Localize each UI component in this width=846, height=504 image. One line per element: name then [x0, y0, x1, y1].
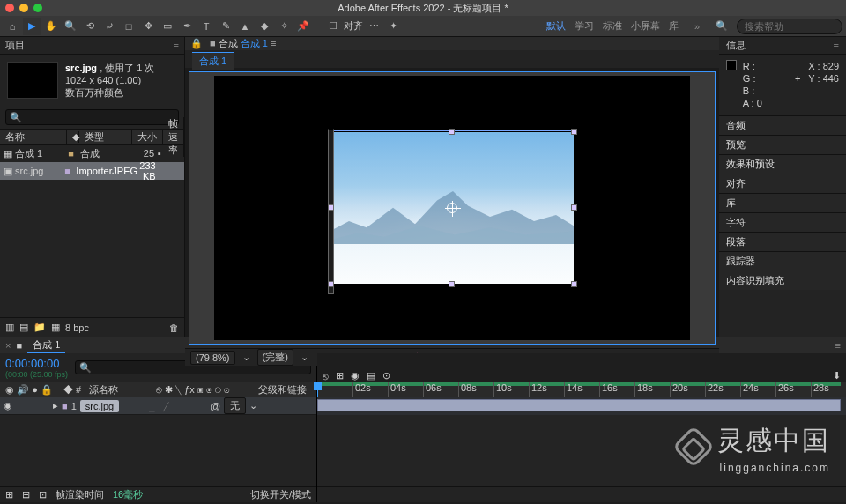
info-menu-icon[interactable]: ≡ — [834, 41, 839, 51]
snap-checkbox[interactable]: ☐ — [324, 18, 342, 35]
draft3d-icon[interactable]: ⊙ — [382, 370, 390, 382]
tl-toggle1-icon[interactable]: ⊞ — [5, 489, 13, 500]
comp-breadcrumb[interactable]: 合成 1 — [192, 52, 234, 70]
parent-header[interactable]: 父级和链接 — [258, 383, 311, 397]
handle-bm[interactable] — [449, 281, 455, 287]
search-icon[interactable]: 🔍 — [716, 20, 728, 32]
tl-toggle2-icon[interactable]: ⊟ — [22, 489, 30, 500]
anchor-point-icon[interactable] — [447, 203, 457, 213]
col-label[interactable]: ◆ — [67, 131, 79, 143]
workspace-learn[interactable]: 学习 — [575, 19, 594, 33]
motionblur-toggle-icon[interactable]: ◉ — [351, 370, 360, 382]
time-ruler[interactable]: 02s04s06s08s10s12s14s16s18s20s22s24s26s2… — [317, 382, 846, 397]
new-folder-icon[interactable]: 📁 — [33, 322, 46, 333]
library-section[interactable]: 库 — [719, 193, 846, 212]
project-row-image[interactable]: ▣src.jpg ■ ImporterJPEG 233 KB — [0, 162, 184, 180]
graph-editor-icon[interactable]: ▤ — [367, 370, 375, 382]
layer-name[interactable]: src.jpg — [80, 400, 119, 412]
puppet-tool-icon[interactable]: 📌 — [294, 18, 312, 35]
home-icon[interactable]: ⌂ — [4, 18, 21, 35]
hand-tool-icon[interactable]: ✋ — [42, 18, 60, 35]
lock-column-icon[interactable]: 🔒 — [41, 384, 53, 395]
label-column-icon[interactable]: ◆ — [63, 384, 73, 395]
eye-column-icon[interactable]: ◉ — [5, 384, 14, 395]
zoom-tool-icon[interactable]: 🔍 — [62, 18, 79, 35]
anchor-tool-icon[interactable]: ✥ — [139, 18, 157, 35]
preview-section[interactable]: 预览 — [719, 135, 846, 154]
interpret-icon[interactable]: ▥ — [5, 322, 14, 333]
current-time[interactable]: 0:00:00:00 — [5, 357, 68, 370]
handle-tl[interactable] — [328, 129, 334, 294]
timeline-tab[interactable]: 合成 1 — [27, 338, 65, 353]
comp-layer-image[interactable] — [331, 132, 574, 284]
switch-collapse-icon[interactable]: ✱ — [165, 384, 173, 395]
brush-tool-icon[interactable]: ✎ — [217, 18, 234, 35]
align-section[interactable]: 对齐 — [719, 174, 846, 193]
comp-viewer[interactable] — [189, 71, 716, 345]
close-window-icon[interactable] — [5, 4, 14, 12]
paragraph-section[interactable]: 段落 — [719, 232, 846, 251]
minimize-window-icon[interactable] — [19, 4, 28, 12]
layer-eye-icon[interactable]: ◉ — [4, 400, 12, 411]
roto-tool-icon[interactable]: ✧ — [275, 18, 293, 35]
trash-icon[interactable]: 🗑 — [169, 322, 179, 333]
playhead[interactable] — [317, 382, 318, 397]
workspace-standard[interactable]: 标准 — [603, 19, 622, 33]
comp-lock-icon[interactable]: 🔒 — [190, 38, 203, 49]
switch-shy-icon[interactable]: ⎋ — [156, 384, 162, 395]
timeline-close-icon[interactable]: × — [5, 340, 11, 351]
handle-tr[interactable] — [571, 129, 577, 135]
pen-tool-icon[interactable]: ✒ — [178, 18, 196, 35]
source-name-header[interactable]: 源名称 — [89, 384, 118, 395]
character-section[interactable]: 字符 — [719, 212, 846, 232]
camera-tool-icon[interactable]: □ — [120, 18, 137, 35]
project-search[interactable]: 🔍 — [5, 109, 179, 125]
workspace-overflow-icon[interactable]: » — [694, 21, 700, 32]
help-search[interactable] — [737, 19, 842, 34]
workspace-small[interactable]: 小屏幕 — [631, 19, 660, 33]
shy-toggle-icon[interactable]: ⎋ — [323, 371, 329, 382]
col-type[interactable]: 类型 — [79, 130, 132, 144]
toggle-switches-button[interactable]: 切换开关/模式 — [250, 488, 311, 501]
workspace-default[interactable]: 默认 — [546, 19, 566, 33]
zoom-dropdown[interactable]: (79.8%) — [190, 351, 235, 365]
audio-section[interactable]: 音频 — [719, 115, 846, 135]
maximize-window-icon[interactable] — [33, 4, 42, 12]
parent-pickwhip-icon[interactable]: @ — [211, 401, 220, 411]
marker-icon[interactable]: ⬇ — [833, 370, 841, 382]
orbit-tool-icon[interactable]: ⟲ — [81, 18, 99, 35]
new-comp-icon[interactable]: ▦ — [51, 322, 60, 333]
type-tool-icon[interactable]: T — [197, 18, 215, 35]
shape-tool-icon[interactable]: ▭ — [159, 18, 176, 35]
effects-section[interactable]: 效果和预设 — [719, 154, 846, 174]
resolution-dropdown[interactable]: (完整) — [257, 349, 293, 366]
handle-ml[interactable] — [328, 204, 334, 211]
layer-row[interactable]: ◉ ▸ ■ 1 src.jpg ⎯ ╱ @ 无 ⌄ — [0, 397, 316, 415]
col-size[interactable]: 大小 — [132, 130, 163, 144]
more-tools-icon[interactable]: ✦ — [384, 18, 402, 35]
eraser-tool-icon[interactable]: ◆ — [256, 18, 273, 35]
project-row-comp[interactable]: ▦合成 1 ■ 合成 25 ▪ — [0, 145, 184, 162]
audio-column-icon[interactable]: 🔊 — [17, 384, 29, 395]
help-search-input[interactable] — [745, 21, 835, 32]
clone-tool-icon[interactable]: ▲ — [236, 18, 254, 35]
snap-options-icon[interactable]: ⋯ — [365, 18, 382, 35]
project-tab[interactable]: 项目 — [5, 39, 25, 52]
parent-dropdown[interactable]: 无 — [224, 397, 246, 414]
handle-mr[interactable] — [571, 204, 577, 211]
col-name[interactable]: 名称 — [0, 130, 67, 144]
workspace-library[interactable]: 库 — [669, 19, 679, 33]
project-panel-menu-icon[interactable]: ≡ — [174, 41, 179, 51]
frameblend-toggle-icon[interactable]: ⊞ — [336, 370, 344, 382]
layer-clip[interactable] — [317, 399, 841, 411]
handle-br[interactable] — [571, 281, 577, 287]
comp-tab-name[interactable]: 合成 1 — [241, 38, 268, 48]
layer-twirl-icon[interactable]: ▸ — [53, 400, 58, 411]
bpc-button[interactable]: 8 bpc — [65, 322, 89, 333]
handle-bl[interactable] — [328, 281, 334, 287]
tl-toggle3-icon[interactable]: ⊡ — [39, 489, 47, 500]
render-icon[interactable]: ▤ — [19, 322, 28, 333]
contentaware-section[interactable]: 内容识别填充 — [719, 271, 846, 290]
info-panel-title[interactable]: 信息 — [726, 39, 746, 52]
selection-tool-icon[interactable]: ▶ — [23, 18, 41, 35]
